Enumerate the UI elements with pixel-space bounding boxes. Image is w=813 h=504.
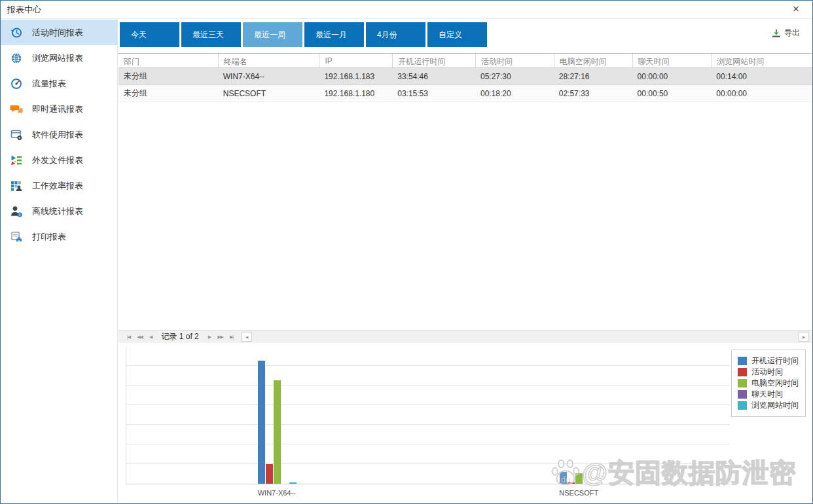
person-info-icon: i: [10, 205, 23, 218]
chart-gridline: [126, 424, 730, 425]
pager-last-button[interactable]: ▶|: [230, 334, 233, 340]
chart-gridline: [126, 385, 730, 386]
sidebar-item-software-usage-report[interactable]: 软件使用报表: [1, 122, 117, 147]
chat-icon: [10, 103, 23, 116]
table-row[interactable]: 未分组 WIN7-X64-- 192.168.1.183 33:54:46 05…: [118, 68, 812, 85]
legend-swatch: [738, 368, 747, 376]
chart-gridline: [126, 444, 730, 444]
column-header-department[interactable]: 部门: [118, 54, 218, 67]
legend-item: 电脑空闲时间: [738, 378, 799, 389]
legend-item: 活动时间: [738, 367, 799, 378]
chart-bar: [575, 473, 583, 484]
chart-gridline: [126, 365, 730, 366]
sidebar-item-im-report[interactable]: 即时通讯报表: [1, 96, 117, 122]
cell-idle-time: 02:57:33: [554, 89, 632, 98]
chart-plot: [126, 346, 730, 484]
cell-browse-time: 00:00:00: [711, 89, 812, 98]
column-header-active-time[interactable]: 活动时间: [475, 54, 554, 67]
legend-label: 浏览网站时间: [751, 400, 799, 411]
column-header-ip[interactable]: IP: [319, 54, 392, 67]
chart-category-label: NSECSOFT: [526, 489, 631, 497]
chart-bar: [266, 464, 273, 484]
pager-first-button[interactable]: |◀: [127, 334, 130, 340]
tab-last-3-days[interactable]: 最近三天: [181, 22, 241, 47]
chart-bar: [274, 380, 281, 484]
cell-active-time: 05:27:30: [475, 72, 554, 81]
sidebar-item-label: 即时通讯报表: [32, 103, 83, 115]
legend-label: 聊天时间: [751, 389, 783, 400]
tab-today[interactable]: 今天: [120, 22, 179, 47]
sidebar-item-label: 流量报表: [32, 78, 66, 90]
cell-terminal-name: NSECSOFT: [218, 89, 319, 98]
legend-swatch: [738, 390, 747, 399]
sidebar-item-label: 打印报表: [32, 231, 66, 243]
outgoing-file-icon: [10, 154, 23, 167]
cell-department: 未分组: [118, 71, 218, 82]
tab-april[interactable]: 4月份: [366, 22, 425, 47]
chart-gridline: [126, 463, 730, 464]
globe-icon: [10, 52, 23, 65]
legend-swatch: [738, 401, 747, 410]
column-header-browse-time[interactable]: 浏览网站时间: [711, 54, 812, 67]
cell-browse-time: 00:14:00: [711, 72, 812, 81]
export-label: 导出: [784, 27, 800, 39]
column-header-terminal-name[interactable]: 终端名: [218, 54, 319, 67]
sidebar-item-offline-stats-report[interactable]: i 离线统计报表: [1, 198, 117, 224]
sidebar-item-work-efficiency-report[interactable]: 工作效率报表: [1, 173, 117, 198]
sidebar-item-website-report[interactable]: 浏览网站报表: [1, 45, 117, 71]
cell-ip: 192.168.1.180: [319, 89, 392, 98]
pager-next-button[interactable]: ▶: [208, 334, 211, 340]
pager-prev-button[interactable]: ◀: [149, 334, 152, 340]
cell-terminal-name: WIN7-X64--: [218, 72, 319, 81]
legend-item: 浏览网站时间: [738, 400, 799, 411]
chart-bar: [568, 482, 575, 484]
cell-active-time: 00:18:20: [475, 89, 554, 98]
close-icon[interactable]: ×: [787, 1, 804, 18]
sidebar-item-outgoing-file-report[interactable]: 外发文件报表: [1, 147, 117, 173]
sidebar-item-label: 软件使用报表: [32, 129, 83, 141]
legend-swatch: [738, 379, 747, 387]
table-row[interactable]: 未分组 NSECSOFT 192.168.1.180 03:15:53 00:1…: [118, 85, 812, 102]
legend-label: 活动时间: [751, 367, 783, 378]
software-window-eye-icon: [10, 128, 23, 141]
tab-last-month[interactable]: 最近一月: [304, 22, 364, 47]
pager-fast-next-button[interactable]: ▶▶: [217, 334, 223, 340]
cell-idle-time: 28:27:16: [554, 72, 632, 81]
download-icon: [772, 29, 781, 38]
column-header-boot-time[interactable]: 开机运行时间: [392, 54, 475, 67]
legend-item: 聊天时间: [738, 389, 799, 400]
cell-boot-time: 33:54:46: [392, 72, 475, 81]
chart-bar: [560, 472, 567, 484]
pager-fast-prev-button[interactable]: ◀◀: [137, 334, 143, 340]
cell-chat-time: 00:00:00: [632, 72, 712, 81]
sidebar-item-label: 工作效率报表: [32, 180, 83, 192]
printer-icon: [10, 230, 23, 243]
sidebar-item-label: 浏览网站报表: [32, 52, 83, 64]
main-panel: 今天 最近三天 最近一周 最近一月 4月份 自定义 导出 部门 终端名 IP 开…: [118, 19, 812, 503]
column-header-idle-time[interactable]: 电脑空闲时间: [554, 54, 632, 67]
sidebar: 活动时间报表 浏览网站报表 流量报表 即时通讯报表 软件使用报表: [1, 19, 118, 503]
chart-category-label: WIN7-X64--: [225, 489, 329, 497]
window-title: 报表中心: [7, 1, 41, 18]
tab-custom[interactable]: 自定义: [427, 22, 487, 47]
sidebar-item-activity-time-report[interactable]: 活动时间报表: [1, 20, 117, 45]
legend-item: 开机运行时间: [738, 355, 799, 367]
sidebar-item-print-report[interactable]: 打印报表: [1, 224, 117, 249]
pager-record-text: 记录 1 of 2: [161, 331, 198, 342]
table-header-row: 部门 终端名 IP 开机运行时间 活动时间 电脑空闲时间 聊天时间 浏览网站时间: [118, 53, 812, 68]
tab-last-week[interactable]: 最近一周: [243, 22, 302, 47]
hscroll-left-button[interactable]: ◀: [242, 332, 252, 342]
sidebar-item-traffic-report[interactable]: 流量报表: [1, 71, 117, 96]
legend-label: 电脑空闲时间: [751, 378, 799, 389]
chart-legend: 开机运行时间活动时间电脑空闲时间聊天时间浏览网站时间: [731, 350, 806, 417]
column-header-chat-time[interactable]: 聊天时间: [632, 54, 712, 67]
legend-label: 开机运行时间: [751, 355, 799, 367]
svg-text:i: i: [19, 213, 20, 217]
hscroll-right-button[interactable]: ▶: [799, 332, 809, 342]
time-range-tabbar: 今天 最近三天 最近一周 最近一月 4月份 自定义: [120, 22, 489, 47]
legend-swatch: [738, 357, 747, 365]
sidebar-item-label: 活动时间报表: [32, 27, 83, 39]
export-button[interactable]: 导出: [772, 27, 800, 39]
chart-area: 开机运行时间活动时间电脑空闲时间聊天时间浏览网站时间 du @安固数据防泄密 W…: [118, 343, 812, 503]
chart-bar: [258, 361, 265, 484]
